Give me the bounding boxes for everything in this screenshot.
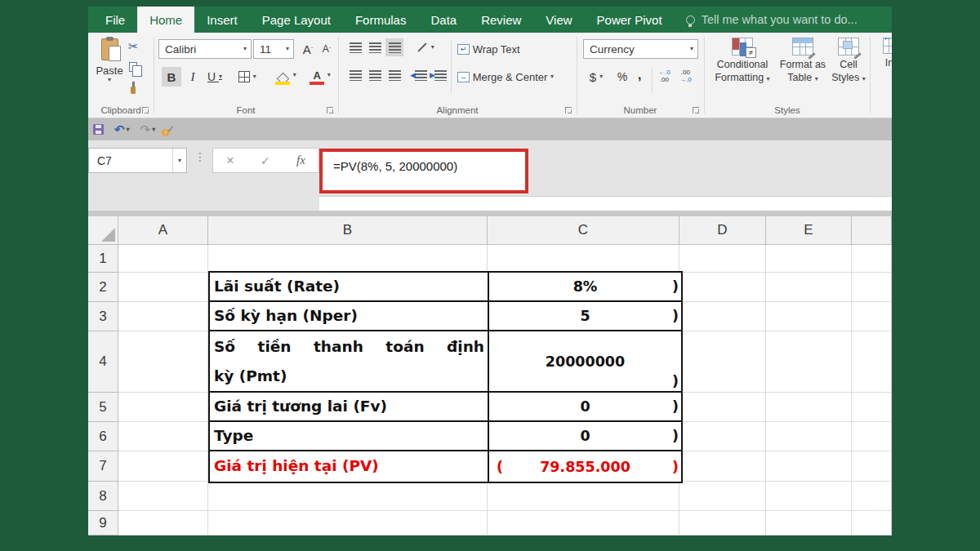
tab-review[interactable]: Review <box>469 7 533 33</box>
cell-B3[interactable]: Số kỳ hạn (Nper) <box>210 302 489 330</box>
cell[interactable] <box>766 422 852 451</box>
select-all-corner[interactable] <box>88 216 118 245</box>
tab-data[interactable]: Data <box>418 7 469 33</box>
row-header-3[interactable]: 3 <box>88 302 118 331</box>
cell[interactable] <box>852 331 892 393</box>
formula-text[interactable]: =PV(8%, 5, 20000000) <box>323 152 457 173</box>
save-icon[interactable] <box>93 124 104 135</box>
cell[interactable] <box>208 482 488 511</box>
cell[interactable] <box>766 482 852 511</box>
row-header-1[interactable]: 1 <box>88 245 118 273</box>
clipboard-dialog-launcher-icon[interactable] <box>142 107 149 113</box>
borders-button[interactable]: ▾ <box>234 67 261 87</box>
cell-B7[interactable]: Giá trị hiện tại (PV) <box>210 451 489 482</box>
cell-B6[interactable]: Type <box>210 422 489 450</box>
cell[interactable] <box>118 245 208 273</box>
formula-bar-handle[interactable]: ⋮ <box>194 150 206 163</box>
cell[interactable] <box>488 511 679 535</box>
conditional-formatting-button[interactable]: ≠ Conditional Formatting ▾ <box>710 38 774 84</box>
cell[interactable] <box>852 302 892 331</box>
row-header-6[interactable]: 6 <box>88 422 118 451</box>
cell[interactable] <box>118 302 208 331</box>
comma-style-button[interactable]: , <box>634 65 645 85</box>
percent-style-button[interactable]: % <box>614 67 630 87</box>
cell-B4[interactable]: Số tiền thanh toán định kỳ (Pmt) <box>210 331 489 391</box>
cell[interactable] <box>852 245 892 273</box>
cell[interactable] <box>766 302 852 331</box>
column-header-partial[interactable] <box>852 216 892 245</box>
font-color-button[interactable]: A ▾ <box>305 65 335 85</box>
align-middle-button[interactable] <box>366 38 384 56</box>
cell[interactable] <box>852 451 892 482</box>
cell[interactable] <box>679 422 766 451</box>
font-dialog-launcher-icon[interactable] <box>327 107 333 113</box>
row-header-9[interactable]: 9 <box>88 511 118 535</box>
column-header-E[interactable]: E <box>766 216 852 245</box>
cell[interactable] <box>118 511 208 535</box>
cell[interactable] <box>679 393 766 422</box>
underline-button[interactable]: U ▾ <box>203 67 227 87</box>
cell[interactable] <box>852 273 892 302</box>
row-header-5[interactable]: 5 <box>88 393 118 422</box>
cell-C7[interactable]: 79.855.000() <box>489 451 681 482</box>
font-name-combo[interactable]: Calibri▾ <box>158 39 252 59</box>
align-top-button[interactable] <box>346 38 364 56</box>
row-header-8[interactable]: 8 <box>88 482 118 511</box>
cell[interactable] <box>118 451 208 482</box>
cell-C6[interactable]: 0) <box>489 422 681 450</box>
align-right-button[interactable] <box>385 66 403 84</box>
undo-button[interactable]: ↶▾ <box>114 122 130 137</box>
cell-C2[interactable]: 8%) <box>489 273 681 300</box>
cell[interactable] <box>118 331 208 393</box>
cell[interactable] <box>488 245 679 273</box>
cell[interactable] <box>679 302 766 331</box>
cell[interactable] <box>852 422 892 451</box>
cell[interactable] <box>679 451 766 482</box>
fill-color-button[interactable]: ▾ <box>271 65 301 85</box>
align-center-button[interactable] <box>366 66 384 84</box>
wrap-text-button[interactable]: ↵ Wrap Text <box>457 39 520 59</box>
merge-center-button[interactable]: ↔ Merge & Center ▾ <box>457 67 554 87</box>
cell[interactable] <box>679 482 766 511</box>
alignment-dialog-launcher-icon[interactable] <box>565 107 572 113</box>
cell-C5[interactable]: 0) <box>489 393 681 420</box>
cell-B2[interactable]: Lãi suất (Rate) <box>210 273 489 300</box>
spelling-check-icon[interactable]: ✓! <box>166 123 175 136</box>
format-as-table-button[interactable]: Format as Table ▾ <box>777 38 828 84</box>
cell[interactable] <box>118 273 208 302</box>
insert-function-icon[interactable]: fx <box>296 153 305 167</box>
tab-view[interactable]: View <box>533 7 584 33</box>
cell-C4[interactable]: 20000000) <box>489 331 681 391</box>
tab-page-layout[interactable]: Page Layout <box>250 7 343 33</box>
formula-input-line[interactable] <box>319 196 892 211</box>
redo-button[interactable]: ↷▾ <box>140 122 156 137</box>
font-size-combo[interactable]: 11▾ <box>253 39 294 59</box>
column-header-C[interactable]: C <box>488 216 679 245</box>
enter-icon[interactable]: ✓ <box>261 154 270 167</box>
cell[interactable] <box>852 482 892 511</box>
cell[interactable] <box>852 393 892 422</box>
italic-button[interactable]: I <box>185 67 201 87</box>
cut-icon[interactable]: ✂ <box>128 39 139 54</box>
number-dialog-launcher-icon[interactable] <box>693 107 699 113</box>
cell[interactable] <box>766 393 852 422</box>
cell-styles-button[interactable]: Cell Styles ▾ <box>830 38 867 84</box>
column-header-B[interactable]: B <box>208 216 488 245</box>
tab-formulas[interactable]: Formulas <box>343 7 419 33</box>
column-header-D[interactable]: D <box>679 216 766 245</box>
increase-font-button[interactable]: Aˆ <box>299 39 317 59</box>
tab-home[interactable]: Home <box>137 7 194 33</box>
number-format-combo[interactable]: Currency▾ <box>583 39 698 59</box>
increase-decimal-button[interactable]: ←.0.00 <box>658 69 670 83</box>
decrease-indent-button[interactable]: ◀ <box>412 66 430 84</box>
row-header-4[interactable]: 4 <box>88 331 118 393</box>
cell[interactable] <box>118 482 208 511</box>
accounting-format-button[interactable]: $ ▾ <box>585 67 608 87</box>
tell-me-box[interactable]: Tell me what you want to do... <box>686 7 858 33</box>
tab-insert[interactable]: Insert <box>194 7 250 33</box>
cell[interactable] <box>488 482 679 511</box>
decrease-font-button[interactable]: Aˇ <box>318 39 335 59</box>
cell[interactable] <box>766 511 852 535</box>
cell[interactable] <box>766 331 852 393</box>
cell[interactable] <box>766 273 852 302</box>
